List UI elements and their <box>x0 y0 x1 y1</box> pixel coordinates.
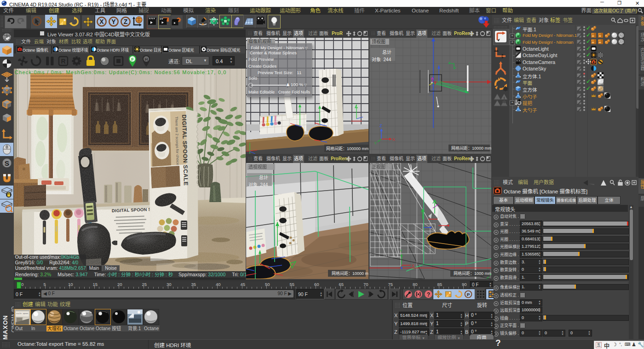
svg-text:?: ? <box>427 291 430 298</box>
svg-text:网格间距：1000 mm: 网格间距：1000 mm <box>454 271 491 276</box>
svg-text:P: P <box>467 292 470 297</box>
svg-text:网格间距：100000 mm: 网格间距：100000 mm <box>326 146 368 151</box>
svg-text:网格间距：10000 mm: 网格间距：10000 mm <box>451 145 491 151</box>
svg-text:Z: Z <box>124 18 128 25</box>
svg-text:X: X <box>412 263 414 268</box>
svg-text:X: X <box>392 137 395 142</box>
svg-text:scale spoon: scale spoon <box>16 313 29 314</box>
svg-text:Y: Y <box>111 18 116 25</box>
svg-text:F: F <box>131 57 134 62</box>
svg-text:H: H <box>145 57 148 62</box>
svg-text:Y: Y <box>400 249 402 253</box>
svg-text:S: S <box>5 159 9 167</box>
svg-text:Check:0ms / 0ms: MeshGen:0ms:: Check:0ms / 0ms: MeshGen:0ms: Update(C):… <box>15 70 227 75</box>
svg-text:网格间距：10000 mm: 网格间距：10000 mm <box>332 271 368 276</box>
svg-text:R: R <box>61 58 65 65</box>
svg-text:Z: Z <box>380 123 382 128</box>
svg-text:Y: Y <box>374 141 377 145</box>
svg-text:X: X <box>99 18 104 25</box>
